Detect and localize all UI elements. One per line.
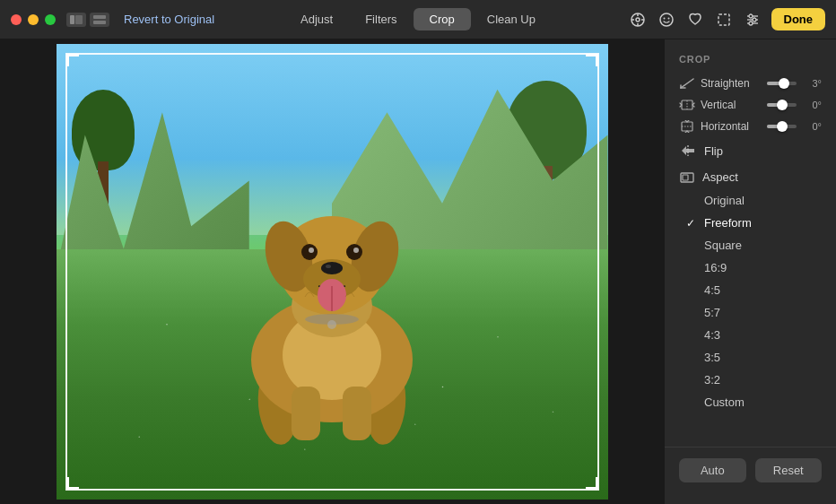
horizontal-track[interactable] <box>767 125 797 128</box>
flip-action[interactable]: Flip <box>665 138 836 163</box>
svg-point-35 <box>321 262 343 274</box>
aspect-item-square[interactable]: Square <box>665 234 836 256</box>
sidebar-footer: Auto Reset <box>665 447 836 493</box>
svg-point-36 <box>326 265 331 268</box>
svg-rect-3 <box>93 21 106 24</box>
svg-point-19 <box>749 22 753 25</box>
aspect-item-16-9[interactable]: 16:9 <box>665 256 836 279</box>
svg-rect-25 <box>343 387 371 440</box>
location-icon[interactable] <box>628 10 648 30</box>
aspect-item-4-3[interactable]: 4:3 <box>665 324 836 346</box>
vertical-icon <box>679 99 695 111</box>
section-title: CROP <box>665 50 836 74</box>
tab-cleanup[interactable]: Clean Up <box>471 8 552 30</box>
aspect-item-custom[interactable]: Custom <box>665 391 836 413</box>
aspect-label-freeform: Freeform <box>704 216 752 230</box>
sidebar: CROP Straighten 3° <box>664 39 836 504</box>
nav-tabs: Adjust Filters Crop Clean Up <box>284 8 552 30</box>
aspect-label-3-5: 3:5 <box>704 351 720 364</box>
vertical-value: 0° <box>802 100 822 110</box>
crop-icon[interactable] <box>714 10 734 30</box>
vertical-track[interactable] <box>767 103 797 107</box>
aspect-item-3-2[interactable]: 3:2 <box>665 369 836 391</box>
sidebar-toggle[interactable] <box>66 13 86 27</box>
aspect-label-16-9: 16:9 <box>704 261 727 274</box>
aspect-label-original: Original <box>704 194 745 207</box>
svg-point-12 <box>667 17 669 19</box>
aspect-item-original[interactable]: Original <box>665 189 836 212</box>
aspect-label-3-2: 3:2 <box>704 373 720 387</box>
view-toggle[interactable] <box>90 13 109 27</box>
svg-rect-48 <box>683 175 688 180</box>
svg-point-40 <box>327 320 336 329</box>
svg-rect-2 <box>93 15 106 19</box>
check-freeform: ✓ <box>686 217 701 230</box>
aspect-item-freeform[interactable]: ✓ Freeform <box>665 212 836 234</box>
svg-point-15 <box>749 14 753 18</box>
horizontal-label: Horizontal <box>701 120 762 133</box>
svg-rect-1 <box>75 15 83 24</box>
traffic-lights <box>11 14 56 25</box>
svg-point-10 <box>660 13 673 26</box>
horizontal-slider-row: Horizontal 0° <box>665 117 836 136</box>
horizontal-icon <box>679 120 695 133</box>
dog <box>206 180 457 449</box>
aspect-list: Original ✓ Freeform Square 16:9 <box>665 189 836 413</box>
heart-icon[interactable] <box>685 10 705 30</box>
maximize-button[interactable] <box>45 14 56 25</box>
aspect-header[interactable]: Aspect <box>665 167 836 187</box>
photo-background <box>57 44 608 500</box>
horizontal-value: 0° <box>802 121 822 132</box>
aspect-title: Aspect <box>702 170 738 184</box>
svg-rect-13 <box>718 14 729 25</box>
svg-rect-24 <box>292 387 320 440</box>
window-controls <box>66 13 109 27</box>
emoji-icon[interactable] <box>657 10 676 30</box>
flip-icon <box>679 143 697 158</box>
aspect-item-3-5[interactable]: 3:5 <box>665 346 836 369</box>
aspect-label-5-7: 5:7 <box>704 306 720 319</box>
tab-adjust[interactable]: Adjust <box>284 8 349 30</box>
aspect-item-5-7[interactable]: 5:7 <box>665 301 836 324</box>
titlebar: Revert to Original Adjust Filters Crop C… <box>0 0 836 39</box>
tab-filters[interactable]: Filters <box>349 8 413 30</box>
aspect-label-4-5: 4:5 <box>704 283 720 297</box>
reset-button[interactable]: Reset <box>755 458 823 482</box>
main-content: CROP Straighten 3° <box>0 39 836 504</box>
svg-point-9 <box>636 18 640 22</box>
auto-button[interactable]: Auto <box>679 458 746 482</box>
tab-crop[interactable]: Crop <box>414 8 471 30</box>
svg-rect-0 <box>70 15 74 24</box>
done-button[interactable]: Done <box>771 8 826 30</box>
photo-container <box>57 44 608 500</box>
straighten-slider-row: Straighten 3° <box>665 74 836 93</box>
flip-label: Flip <box>704 144 723 158</box>
vertical-slider-row: Vertical 0° <box>665 95 836 115</box>
straighten-track[interactable] <box>767 82 797 85</box>
photo-area[interactable] <box>0 39 664 504</box>
svg-point-11 <box>663 17 665 19</box>
straighten-value: 3° <box>802 78 822 89</box>
aspect-label-4-3: 4:3 <box>704 328 720 342</box>
toolbar-right: Done <box>628 8 826 30</box>
aspect-item-4-5[interactable]: 4:5 <box>665 279 836 301</box>
straighten-icon <box>679 77 695 90</box>
svg-point-32 <box>309 248 314 253</box>
vertical-label: Vertical <box>701 99 762 111</box>
aspect-icon <box>679 171 695 184</box>
minimize-button[interactable] <box>28 14 39 25</box>
straighten-label: Straighten <box>701 77 762 90</box>
aspect-section: Aspect Original ✓ Freeform Square <box>665 167 836 413</box>
aspect-label-square: Square <box>704 239 742 252</box>
svg-point-17 <box>753 18 756 22</box>
adjust-icon[interactable] <box>743 10 762 30</box>
aspect-label-custom: Custom <box>704 395 745 409</box>
close-button[interactable] <box>11 14 22 25</box>
svg-point-33 <box>353 248 359 253</box>
revert-button[interactable]: Revert to Original <box>124 13 214 26</box>
